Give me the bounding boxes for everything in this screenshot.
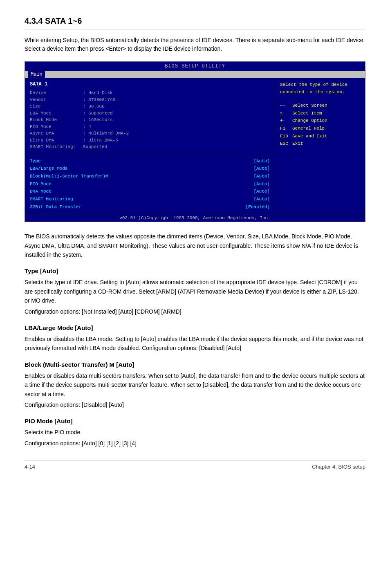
bios-info-smart: SMART Monitoring: Supported	[30, 144, 270, 150]
bios-label-piomode: PIO Mode	[30, 123, 83, 130]
bios-config-type[interactable]: Type [Auto]	[30, 157, 270, 165]
bios-desc-select-item: Select Item	[292, 110, 322, 117]
bios-config-label-32bit: 32Bit Data Transfer	[30, 203, 81, 211]
page-footer: 4-14 Chapter 4: BIOS setup	[25, 460, 365, 470]
bios-config-label-type: Type	[30, 157, 40, 165]
bios-setup-box: BIOS SETUP UTILITY Main SATA 1 Device : …	[25, 61, 365, 222]
section-title: 4.3.4 SATA 1~6	[25, 16, 365, 29]
bios-config-value-dma: [Auto]	[253, 188, 270, 195]
subsection-config-type: Configuration options: [Not Installed] […	[25, 307, 365, 316]
bios-menu-bar: Main	[25, 71, 365, 78]
subsection-config-pio: Configuration options: [Auto] [0] [1] [2…	[25, 439, 365, 448]
bios-legend-exit: ESC Exit	[280, 140, 360, 148]
subsection-title-type: Type [Auto]	[25, 267, 365, 274]
bios-value-blockmode: : 16Sectors	[83, 117, 113, 123]
subsection-body-type: Selects the type of IDE drive. Setting t…	[25, 278, 365, 305]
bios-left-panel: SATA 1 Device : Hard Disk Vendor : ST380…	[25, 78, 275, 214]
bios-help-text: Select the type of device connected to t…	[280, 81, 360, 96]
bios-content-area: SATA 1 Device : Hard Disk Vendor : ST380…	[25, 78, 365, 214]
bios-info-lbamode: LBA Mode : Supported	[30, 110, 270, 117]
bios-info-device: Device : Hard Disk	[30, 90, 270, 97]
bios-info-asyncdma: Async DMA : MultiWord DMA-2	[30, 130, 270, 137]
bios-info-vendor: Vendor : ST380817AS	[30, 97, 270, 103]
bios-info-size: Size : 80.0GB	[30, 103, 270, 110]
bios-config-rows: Type [Auto] LBA/Large Mode [Auto] Block(…	[30, 157, 270, 211]
subsections-container: Type [Auto] Selects the type of IDE driv…	[25, 267, 365, 448]
bios-config-label-block: Block(Multi-Sector Transfer)M	[30, 173, 108, 180]
subsection-title-lba: LBA/Large Mode [Auto]	[25, 324, 365, 331]
bios-desc-exit: Exit	[292, 140, 303, 148]
bios-info-piomode: PIO Mode : 4	[30, 123, 270, 130]
bios-label-smart: SMART Monitoring:	[30, 144, 83, 150]
bios-config-32bit[interactable]: 32Bit Data Transfer [Enabled]	[30, 203, 270, 211]
bios-key-updown: ⇅	[280, 110, 292, 117]
bios-config-label-dma: DMA Mode	[30, 188, 52, 195]
bios-desc-general-help: General Help	[292, 125, 325, 132]
bios-desc-save-exit: Save and Exit	[292, 133, 327, 140]
intro-text: While entering Setup, the BIOS automatic…	[25, 36, 365, 53]
subsection-body-block: Enables or disables data multi-sectors t…	[25, 371, 365, 399]
bios-legend-change-option: +- Change Option	[280, 117, 360, 125]
bios-legend-save-exit: F10 Save and Exit	[280, 133, 360, 140]
bios-config-value-pio: [Auto]	[253, 180, 270, 188]
bios-config-value-type: [Auto]	[253, 157, 270, 165]
bios-title-bar: BIOS SETUP UTILITY	[25, 62, 365, 71]
bios-right-panel: Select the type of device connected to t…	[275, 78, 365, 214]
bios-key-f1: F1	[280, 125, 292, 132]
bios-value-lbamode: : Supported	[83, 110, 113, 117]
bios-config-value-smart: [Auto]	[253, 195, 270, 203]
bios-menu-main[interactable]: Main	[28, 71, 45, 78]
page-footer-left: 4-14	[25, 464, 35, 470]
page-footer-right: Chapter 4: BIOS setup	[312, 464, 365, 470]
bios-config-label-smart: SMART Monitoring	[30, 195, 73, 203]
bios-config-label-pio: PIO Mode	[30, 180, 52, 188]
bios-key-arrows: ←→	[280, 102, 292, 110]
bios-legend-select-screen: ←→ Select Screen	[280, 102, 360, 110]
body-description: The BIOS automatically detects the value…	[25, 232, 365, 259]
bios-config-value-block: [Auto]	[253, 173, 270, 180]
bios-info-ultradma: Ultra DMA : Ultra DMA-5	[30, 137, 270, 144]
subsection-body-pio: Selects the PIO mode.	[25, 428, 365, 437]
bios-label-lbamode: LBA Mode	[30, 110, 83, 117]
bios-label-size: Size	[30, 103, 83, 110]
bios-legend-general-help: F1 General Help	[280, 125, 360, 132]
subsection-title-block: Block (Multi-sector Transfer) M [Auto]	[25, 361, 365, 368]
bios-desc-change-option: Change Option	[292, 117, 327, 125]
bios-label-device: Device	[30, 90, 83, 97]
bios-desc-select-screen: Select Screen	[292, 102, 327, 110]
bios-footer: v02.61 (C)Copyright 1985-2008, American …	[25, 214, 365, 222]
subsection-body-lba: Enables or disables the LBA mode. Settin…	[25, 334, 365, 353]
bios-label-vendor: Vendor	[30, 97, 83, 103]
bios-value-vendor: : ST380817AS	[83, 97, 115, 103]
subsection-title-pio: PIO Mode [Auto]	[25, 417, 365, 424]
bios-value-size: : 80.0GB	[83, 103, 105, 110]
subsection-config-block: Configuration options: [Disabled] [Auto]	[25, 400, 365, 409]
bios-config-value-lba: [Auto]	[253, 165, 270, 173]
bios-key-f10: F10	[280, 133, 292, 140]
bios-label-blockmode: Block Mode	[30, 117, 83, 123]
bios-config-label-lba: LBA/Large Mode	[30, 165, 67, 173]
bios-key-esc: ESC	[280, 140, 292, 148]
bios-info-blockmode: Block Mode : 16Sectors	[30, 117, 270, 123]
bios-label-ultradma: Ultra DMA	[30, 137, 83, 144]
bios-legend: ←→ Select Screen ⇅ Select Item +- Change…	[280, 102, 360, 148]
bios-value-piomode: : 4	[83, 123, 91, 130]
bios-config-pio[interactable]: PIO Mode [Auto]	[30, 180, 270, 188]
bios-sata-header: SATA 1	[30, 81, 270, 87]
bios-value-device: : Hard Disk	[83, 90, 113, 97]
bios-config-value-32bit: [Enabled]	[246, 203, 270, 211]
bios-value-ultradma: : Ultra DMA-5	[83, 137, 118, 144]
bios-info-rows: Device : Hard Disk Vendor : ST380817AS S…	[30, 90, 270, 150]
bios-config-lba[interactable]: LBA/Large Mode [Auto]	[30, 165, 270, 173]
bios-config-block[interactable]: Block(Multi-Sector Transfer)M [Auto]	[30, 173, 270, 180]
bios-label-asyncdma: Async DMA	[30, 130, 83, 137]
bios-value-asyncdma: : MultiWord DMA-2	[83, 130, 129, 137]
bios-config-dma[interactable]: DMA Mode [Auto]	[30, 188, 270, 195]
bios-legend-select-item: ⇅ Select Item	[280, 110, 360, 117]
bios-value-smart: Supported	[83, 144, 107, 150]
bios-key-plusminus: +-	[280, 117, 292, 125]
bios-config-smart-monitor[interactable]: SMART Monitoring [Auto]	[30, 195, 270, 203]
